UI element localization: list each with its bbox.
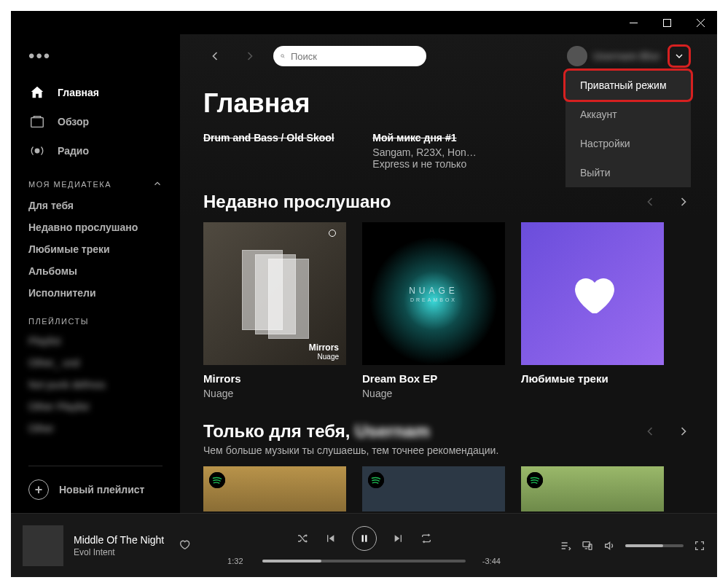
playlist-item[interactable]: Other	[11, 418, 180, 439]
carousel-prev-button[interactable]	[640, 421, 660, 442]
for-you-card[interactable]	[521, 466, 664, 511]
main-content: Usernam Blur Приватный режим Аккаунт Нас…	[180, 34, 717, 513]
nav-back-button[interactable]	[203, 44, 227, 68]
home-icon	[28, 84, 46, 101]
new-playlist-button[interactable]: + Новый плейлист	[11, 472, 180, 507]
topbar: Usernam Blur Приватный режим Аккаунт Нас…	[180, 34, 717, 78]
radio-icon	[28, 142, 46, 160]
browse-icon	[28, 113, 46, 130]
volume-button[interactable]	[603, 540, 615, 552]
library-artists[interactable]: Исполнители	[11, 282, 180, 304]
next-button[interactable]	[393, 533, 404, 544]
sidebar: ••• Главная Обзор Радио МОЯ МЕДИАТЕКА Дл…	[11, 34, 180, 513]
card-dreambox[interactable]: NUAGEDREAMBOX Dream Box EP Nuage	[362, 222, 505, 399]
album-art: MirrorsNuage	[203, 222, 346, 365]
spotify-icon	[527, 472, 543, 488]
queue-button[interactable]	[560, 540, 571, 552]
library-albums[interactable]: Альбомы	[11, 260, 180, 282]
section-for-you-sub: Чем больше музыки ты слушаешь, тем точне…	[203, 444, 694, 456]
clipped-card-sub: Sangam, R23X, Hon…	[372, 146, 524, 158]
svg-point-3	[281, 55, 284, 58]
library-recent[interactable]: Недавно прослушано	[11, 216, 180, 238]
clipped-card-sub: Express и не только	[372, 158, 524, 170]
library-for-you[interactable]: Для тебя	[11, 195, 180, 216]
like-button[interactable]	[179, 538, 190, 553]
avatar	[567, 46, 587, 66]
svg-rect-8	[365, 535, 367, 541]
user-chip[interactable]: Usernam Blur	[567, 46, 660, 66]
play-pause-button[interactable]	[352, 526, 377, 551]
svg-rect-7	[361, 535, 363, 541]
card-title: Любимые треки	[521, 372, 664, 385]
playlist-item[interactable]: Other_ und	[11, 352, 180, 374]
dropdown-settings[interactable]: Настройки	[565, 129, 691, 158]
menu-ellipsis-button[interactable]: •••	[11, 40, 180, 78]
library-collapse-icon[interactable]	[152, 179, 163, 190]
time-elapsed: 1:32	[227, 557, 255, 565]
carousel-prev-button[interactable]	[640, 192, 660, 212]
playlist-item[interactable]: Other Playlist	[11, 396, 180, 418]
now-playing-art[interactable]	[23, 525, 63, 566]
album-art: NUAGEDREAMBOX	[362, 222, 505, 365]
repeat-button[interactable]	[420, 533, 432, 544]
plus-icon: +	[28, 479, 49, 500]
prev-button[interactable]	[324, 533, 336, 544]
nav-forward-button[interactable]	[238, 44, 262, 68]
for-you-card[interactable]	[362, 466, 505, 511]
devices-button[interactable]	[582, 540, 593, 552]
playlists-header: ПЛЕЙЛИСТЫ	[11, 304, 180, 330]
sidebar-divider	[28, 466, 163, 466]
dropdown-account[interactable]: Аккаунт	[565, 100, 691, 129]
window-maximize-button[interactable]	[650, 11, 684, 34]
search-field[interactable]	[273, 46, 426, 66]
search-input[interactable]	[285, 51, 419, 62]
now-playing-title[interactable]: Middle Of The Night	[74, 534, 164, 546]
nav-browse-label: Обзор	[58, 116, 89, 128]
window-minimize-button[interactable]	[617, 11, 650, 34]
nav-home[interactable]: Главная	[11, 78, 180, 107]
volume-slider[interactable]	[625, 544, 684, 547]
card-mirrors[interactable]: MirrorsNuage Mirrors Nuage	[203, 222, 346, 399]
card-title: Mirrors	[203, 372, 346, 385]
card-artist: Nuage	[362, 388, 505, 399]
card-artist: Nuage	[203, 388, 346, 399]
now-playing-artist[interactable]: Evol Intent	[74, 547, 164, 557]
player-bar: Middle Of The Night Evol Intent 1:32 -3:…	[11, 513, 717, 577]
svg-rect-1	[31, 118, 44, 128]
chevron-down-icon	[673, 50, 685, 62]
dropdown-logout[interactable]: Выйти	[565, 158, 691, 187]
nav-radio-label: Радио	[58, 145, 89, 157]
svg-rect-0	[663, 19, 670, 26]
nav-browse[interactable]: Обзор	[11, 107, 180, 136]
library-liked[interactable]: Любимые треки	[11, 238, 180, 260]
card-title: Dream Box EP	[362, 372, 505, 385]
fullscreen-button[interactable]	[694, 540, 705, 552]
titlebar	[11, 11, 717, 34]
window-close-button[interactable]	[684, 11, 717, 34]
spotify-icon	[209, 472, 225, 488]
clipped-card-title: Drum and Bass / Old Skool	[203, 132, 355, 144]
shuffle-button[interactable]	[297, 533, 308, 544]
dropdown-private-mode[interactable]: Приватный режим	[563, 68, 693, 102]
spotify-icon	[368, 472, 384, 488]
clipped-card-title: Мой микс дня #1	[372, 132, 524, 144]
nav-home-label: Главная	[58, 87, 99, 98]
playlist-item[interactable]: Playlist	[11, 330, 180, 352]
svg-point-2	[35, 149, 39, 153]
progress-bar[interactable]	[262, 560, 466, 562]
library-header: МОЯ МЕДИАТЕКА	[11, 165, 180, 195]
user-menu-toggle[interactable]	[668, 44, 691, 68]
carousel-next-button[interactable]	[673, 421, 694, 442]
playlist-item[interactable]: Not punk defmos	[11, 374, 180, 396]
card-liked-tracks[interactable]: Любимые треки	[521, 222, 664, 399]
user-name-label: Usernam Blur	[593, 50, 660, 62]
time-remaining: -3:44	[473, 557, 501, 565]
section-recent-header: Недавно прослушано	[203, 192, 391, 212]
carousel-next-button[interactable]	[673, 192, 694, 212]
user-dropdown: Приватный режим Аккаунт Настройки Выйти	[565, 71, 691, 187]
section-for-you-header: Только для тебя, Usernam	[203, 421, 430, 442]
liked-art	[521, 222, 664, 365]
heart-icon	[566, 267, 619, 320]
for-you-card[interactable]	[203, 466, 346, 511]
nav-radio[interactable]: Радио	[11, 136, 180, 165]
